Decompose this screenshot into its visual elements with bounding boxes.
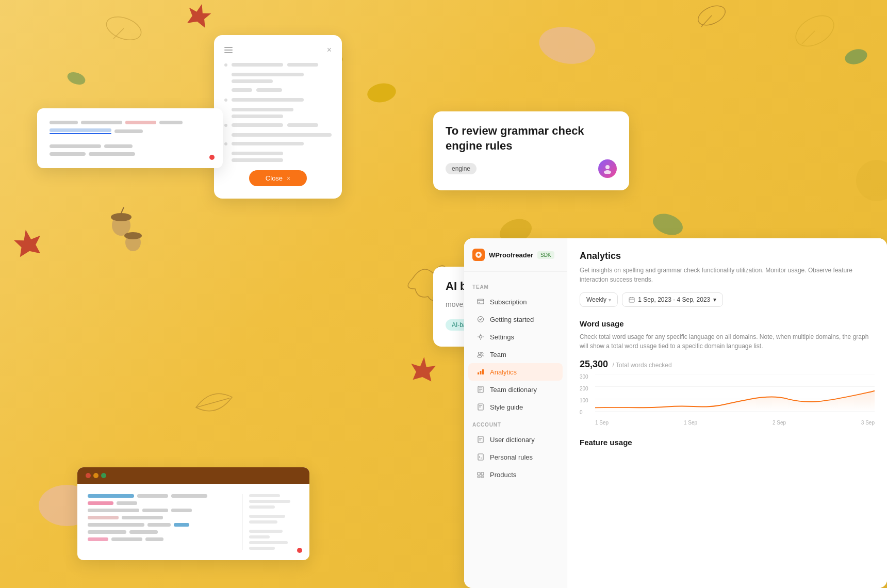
text-line <box>232 158 283 162</box>
sidebar-item-getting-started[interactable]: Getting started <box>468 311 563 328</box>
editor-line-1 <box>50 121 210 124</box>
editor-card-body <box>77 484 309 560</box>
panel-line <box>249 547 275 550</box>
logo-icon <box>472 249 485 261</box>
team-dictionary-icon <box>477 385 485 394</box>
sidebar-item-style-guide[interactable]: Style guide <box>468 398 563 416</box>
text-line <box>232 63 283 67</box>
svg-rect-53 <box>478 472 480 475</box>
sidebar-item-user-dictionary[interactable]: User dictionary <box>468 431 563 448</box>
text-seg <box>117 501 137 505</box>
text-line <box>287 63 318 67</box>
popup-footer: Close × <box>224 170 332 186</box>
total-words-number: 25,300 <box>580 359 608 369</box>
panel-line <box>249 500 290 503</box>
highlight-seg <box>88 516 119 519</box>
editor-line-4 <box>50 152 210 156</box>
editor-card-bottom-left <box>77 467 309 560</box>
sidebar-label-user-dictionary: User dictionary <box>490 436 535 444</box>
stat-row: 25,300 / Total words checked <box>580 359 875 370</box>
sidebar-item-personal-rules[interactable]: Personal rules <box>468 448 563 466</box>
text-seg <box>171 494 207 498</box>
text-block-3 <box>224 133 332 137</box>
y-label-0: 0 <box>580 410 588 415</box>
editor-popup-card: × Close × <box>214 35 342 199</box>
error-indicator <box>209 155 215 160</box>
subscription-icon <box>477 298 485 306</box>
text-line <box>232 108 293 111</box>
svg-rect-40 <box>482 369 484 374</box>
sidebar-item-team-dictionary[interactable]: Team dictionary <box>468 381 563 398</box>
text-line <box>232 79 273 83</box>
text-segment <box>50 144 101 148</box>
x-label-2sep: 2 Sep <box>773 420 786 426</box>
weekly-label: Weekly <box>586 296 606 303</box>
task-card-grammar: To review grammar check engine rules eng… <box>433 111 629 190</box>
sidebar-section-account: ACCOUNT <box>464 416 567 431</box>
text-lines-row <box>224 88 332 92</box>
text-segment <box>50 152 86 156</box>
highlight-segment <box>125 121 156 124</box>
sidebar-item-subscription[interactable]: Subscription <box>468 293 563 311</box>
panel-line <box>249 530 283 533</box>
date-range-filter[interactable]: 1 Sep, 2023 - 4 Sep, 2023 ▾ <box>622 292 723 307</box>
editor-text-row <box>88 494 234 498</box>
sidebar-label-personal-rules: Personal rules <box>490 453 533 461</box>
panel-line <box>249 505 275 509</box>
date-chevron-icon: ▾ <box>713 296 716 303</box>
close-pill-label: Close <box>266 174 283 182</box>
text-segment <box>159 121 183 124</box>
y-label-300: 300 <box>580 374 588 380</box>
products-icon <box>477 470 485 479</box>
text-line <box>232 88 252 92</box>
dashboard-main-content: Analytics Get insights on spelling and g… <box>567 238 887 588</box>
popup-row-3 <box>224 123 332 127</box>
editor-line-2 <box>50 128 210 134</box>
text-seg <box>88 509 139 512</box>
hamburger-icon[interactable] <box>224 47 233 53</box>
popup-close-icon[interactable]: × <box>327 45 332 55</box>
text-seg <box>142 509 168 512</box>
text-seg <box>88 530 126 534</box>
weekly-filter-select[interactable]: Weekly ▾ <box>580 292 618 307</box>
text-seg <box>137 494 168 498</box>
date-range-label: 1 Sep, 2023 - 4 Sep, 2023 <box>638 296 710 303</box>
getting-started-icon <box>477 315 485 323</box>
y-label-200: 200 <box>580 386 588 391</box>
text-seg <box>88 523 144 527</box>
svg-point-36 <box>481 352 483 354</box>
text-seg <box>88 494 134 498</box>
analytics-description: Get insights on spelling and grammar che… <box>580 266 875 284</box>
settings-icon <box>477 333 485 341</box>
feature-usage-heading: Feature usage <box>580 438 875 447</box>
text-seg <box>122 516 163 519</box>
svg-rect-55 <box>478 476 480 478</box>
sidebar-label-team: Team <box>490 351 506 358</box>
style-guide-icon <box>477 403 485 411</box>
text-seg <box>88 501 113 505</box>
sidebar-item-products[interactable]: Products <box>468 466 563 483</box>
sidebar-item-analytics[interactable]: Analytics <box>468 363 563 381</box>
close-pill-icon: × <box>287 175 290 182</box>
svg-rect-56 <box>481 476 484 478</box>
text-line <box>232 123 283 127</box>
panel-line <box>249 541 288 544</box>
user-dictionary-icon <box>477 435 485 444</box>
panel-section <box>249 494 299 509</box>
highlight-seg <box>88 537 108 541</box>
sidebar-item-settings[interactable]: Settings <box>468 328 563 346</box>
popup-header: × <box>224 45 332 55</box>
dashboard-sidebar: WProofreader SDK TEAM Subscription Getti… <box>464 238 567 588</box>
bullet-dot <box>224 63 227 67</box>
logo-badge: SDK <box>537 251 554 259</box>
analytics-heading: Analytics <box>580 251 875 262</box>
sidebar-label-settings: Settings <box>490 333 514 341</box>
error-indicator-2 <box>297 548 302 553</box>
svg-rect-57 <box>629 298 634 302</box>
chevron-down-icon: ▾ <box>609 297 611 303</box>
close-pill-button[interactable]: Close × <box>249 170 307 186</box>
sidebar-item-team[interactable]: Team <box>468 346 563 363</box>
editor-line-3 <box>50 144 210 148</box>
text-segment <box>114 129 143 133</box>
calendar-icon <box>629 297 635 303</box>
